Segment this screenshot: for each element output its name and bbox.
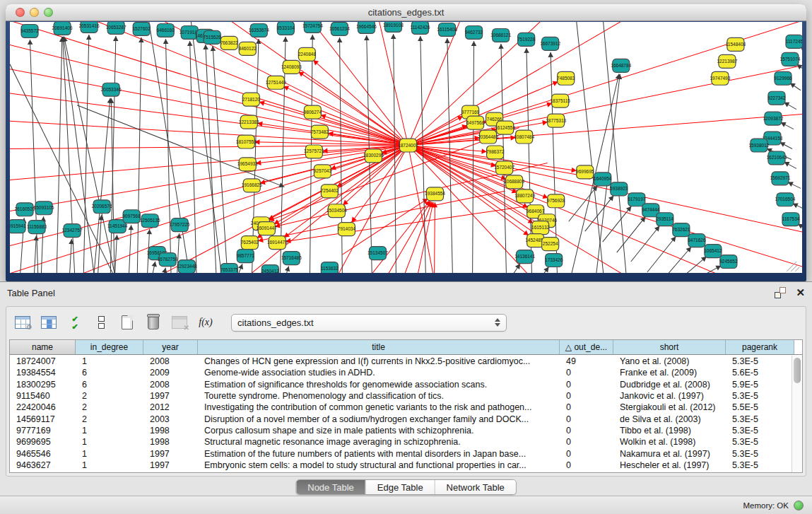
graph-node[interactable]: 1153632 [321,262,339,273]
graph-node[interactable]: 12213987 [717,54,737,68]
table-scrollbar[interactable] [792,356,802,472]
table-settings-icon[interactable]: ⚙ [13,314,32,331]
table-selector-dropdown[interactable]: citations_edges.txt [231,314,507,332]
graph-node[interactable]: 9227342 [767,91,786,105]
tab-network-table[interactable]: Network Table [435,480,516,494]
graph-node[interactable]: 5938923 [610,182,628,196]
graph-node[interactable]: 15134507 [367,247,388,260]
column-header-name[interactable]: name [10,340,76,354]
table-row[interactable]: 946362711997Embryonic stem cells: a mode… [10,460,792,471]
graph-node[interactable]: 10653287 [106,22,126,34]
column-select-icon[interactable] [40,314,58,331]
graph-node[interactable]: 7254402 [321,185,339,198]
graph-node[interactable]: 11156883 [27,221,47,234]
graph-node[interactable]: 16124554 [495,121,515,134]
tab-edge-table[interactable]: Edge Table [366,480,435,494]
memory-status-icon[interactable] [794,501,804,510]
column-header-title[interactable]: title [198,340,560,354]
tab-node-table[interactable]: Node Table [296,480,366,494]
graph-node[interactable]: 9857771 [237,250,255,263]
graph-node[interactable]: 12213383 [239,115,259,129]
graph-node[interactable]: 19654933 [237,158,258,171]
graph-node[interactable]: 12923448 [177,260,197,273]
column-header-out_degree[interactable]: △ out_de... [560,340,613,354]
select-all-icon[interactable]: ✔✔ [66,314,84,331]
graph-node[interactable]: 11142426 [411,22,430,34]
graph-node[interactable]: 18107553 [236,135,257,148]
column-header-pagerank[interactable]: pagerank [726,340,794,354]
graph-node[interactable]: 20691406 [52,22,73,35]
graph-node[interactable]: 252254 [542,238,559,251]
graph-node[interactable]: 6497568 [466,116,485,129]
graph-node[interactable]: 16914479 [267,236,288,250]
graph-node[interactable]: 6466160 [157,23,175,37]
network-canvas[interactable]: 1872400719384554183002959777169649756874… [10,22,802,273]
graph-node[interactable]: 19747493 [710,71,730,85]
graph-node[interactable]: 12505135 [140,214,160,228]
table-row[interactable]: 2242004622012Investigating the contribut… [10,402,792,413]
graph-node[interactable]: 9257043 [314,165,332,178]
graph-node[interactable]: 1167534 [782,213,800,226]
graph-node[interactable]: 15093105 [34,201,54,215]
graph-node[interactable]: 16561234 [329,22,350,35]
graph-node[interactable]: 7515526 [204,30,222,44]
function-builder-icon[interactable]: f(x) [196,314,215,331]
new-table-icon[interactable] [118,314,136,331]
graph-node[interactable]: 26160520 [15,203,35,216]
graph-node[interactable]: 1527602 [133,22,151,35]
graph-node[interactable]: 2935114 [656,213,673,226]
graph-node[interactable]: 2450412 [261,265,280,273]
graph-node[interactable]: 17957225 [170,218,190,232]
graph-node[interactable]: 9245652 [719,255,738,269]
graph-node[interactable]: 14136141 [514,250,535,264]
close-panel-icon[interactable]: ✕ [796,288,805,298]
graph-node[interactable]: 7625402 [241,236,259,250]
graph-node[interactable]: 1117245 [786,35,802,48]
graph-node[interactable]: 15751074 [780,52,801,66]
graph-node[interactable]: 10688809 [504,175,524,189]
graph-node[interactable]: 15034504 [326,204,347,218]
window-titlebar[interactable]: citations_edges.txt [6,4,806,21]
graph-node[interactable]: 9756928 [547,194,565,208]
graph-node[interactable]: 9806274 [304,105,322,119]
graph-node[interactable]: 7485083 [557,71,575,85]
close-button-icon[interactable] [16,8,25,17]
row-height-icon[interactable] [92,314,110,331]
graph-node[interactable]: 1065412 [704,245,722,258]
graph-node[interactable]: 16210643 [767,151,787,165]
table-row[interactable]: 1830029562008Estimation of significance … [10,379,792,390]
graph-node[interactable]: 1615132 [531,221,550,235]
graph-node[interactable]: 8460122 [239,42,257,55]
graph-node[interactable]: 16673912 [540,37,560,50]
graph-node[interactable]: 3915941 [10,220,26,233]
table-row[interactable]: 969969511998Structural magnetic resonanc… [10,436,792,448]
graph-node[interactable]: 16648784 [611,59,631,72]
graph-node[interactable]: 15724754 [302,22,323,33]
column-header-short[interactable]: short [613,340,726,354]
graph-node[interactable]: 18775313 [546,114,566,127]
graph-node[interactable]: 12342757 [62,224,83,238]
graph-node[interactable]: 7653375 [220,264,239,273]
graph-node[interactable]: 15692971 [770,172,791,185]
graph-node[interactable]: 9435572 [20,24,39,37]
graph-node[interactable]: 17016504 [775,193,796,206]
column-header-year[interactable]: year [143,340,198,354]
table-row[interactable]: 946554611997Estimation of the future num… [10,448,792,459]
graph-node[interactable]: 9129966 [774,71,792,85]
graph-node[interactable]: 9097568 [123,210,141,223]
graph-node[interactable]: 10807484 [514,130,534,144]
graph-node[interactable]: 16091447 [257,222,277,235]
graph-node[interactable]: 9699695 [576,165,594,179]
graph-node[interactable]: 18300295 [363,149,384,163]
graph-node[interactable]: 16353674 [249,23,269,37]
graph-node[interactable]: 7519228 [517,33,536,46]
graph-node[interactable]: 8471626 [688,234,706,247]
graph-node[interactable]: 20053346 [101,83,122,96]
graph-node[interactable]: 15720407 [494,161,514,175]
graph-node[interactable]: 2718120 [242,93,261,106]
graph-node[interactable]: 12093872 [763,112,784,125]
scrollbar-thumb[interactable] [794,358,801,383]
table-row[interactable]: 911546021997Tourette syndrome. Phenomeno… [10,390,792,402]
delete-entries-icon[interactable] [144,314,163,331]
graph-node[interactable]: 16115408 [437,23,457,36]
